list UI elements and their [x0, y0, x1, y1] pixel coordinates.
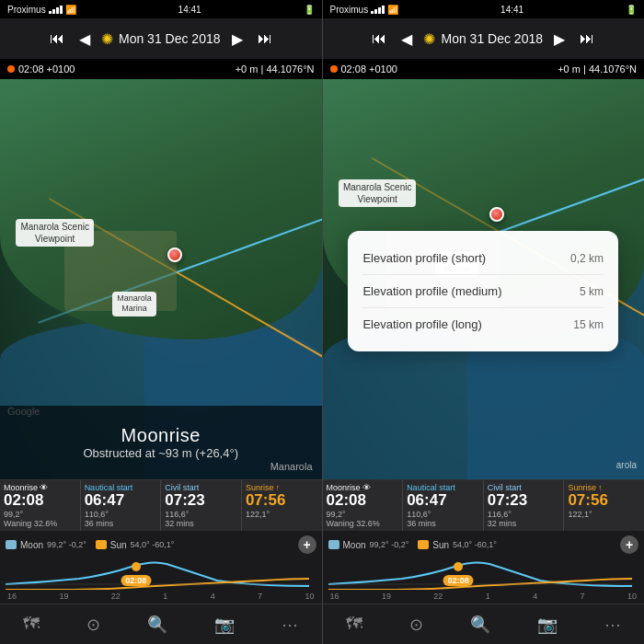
nav-search-icon-left: 🔍 [147, 615, 167, 635]
elev-row-2[interactable]: Elevation profile (medium) 5 km [362, 275, 604, 308]
sun-az-right: 54,0° [453, 540, 472, 549]
tl-7-left: 7 [258, 592, 262, 601]
nav-compass-left[interactable]: ⊙ [86, 615, 100, 635]
top-toolbar-right: ⏮ ◀ ✺ Mon 31 Dec 2018 ▶ ⏭ [323, 18, 645, 59]
carrier-left: Proximus [7, 5, 46, 15]
nav-search-left[interactable]: 🔍 [147, 615, 167, 635]
col3-sub2-right: 32 mins [488, 519, 560, 528]
col1-right: Moonrise 👁 02:08 99,2° Waning 32.6% [323, 480, 404, 531]
location-label-right: Manarola Scenic Viewpoint [339, 179, 416, 207]
location-pin-right [489, 207, 504, 222]
sun-el-left: -60,1° [152, 540, 174, 549]
time-offset-right: 02:08 +0100 [341, 63, 397, 75]
nav-search-right[interactable]: 🔍 [470, 615, 490, 635]
nav-compass-right[interactable]: ⊙ [409, 615, 423, 635]
moon-legend-right: Moon 99,2° -0,2° [328, 535, 409, 554]
location-label-left: Manarola Scenic Viewpoint [16, 219, 93, 247]
tl-7-right: 7 [581, 592, 585, 601]
moon-el-right: -0,2° [391, 540, 408, 549]
col2-time-left: 06:47 [85, 492, 157, 510]
info-dot-left [7, 65, 15, 73]
nav-more-right[interactable]: ⋯ [604, 615, 621, 635]
elev-val-left: +0 m [236, 63, 259, 75]
data-table-right: Moonrise 👁 02:08 99,2° Waning 32.6% Naut… [323, 479, 645, 531]
tl-16-left: 16 [7, 592, 17, 601]
plus-button-right[interactable]: + [620, 535, 638, 554]
wifi-icon-left: 📶 [65, 5, 76, 15]
table-header-right: Moonrise 👁 02:08 99,2° Waning 32.6% Naut… [323, 480, 645, 531]
col4-sub1-right: 122,1° [568, 510, 640, 519]
signal-bars [49, 6, 63, 14]
marina-label-left: Manarola Marina [112, 292, 156, 316]
elev-label-1: Elevation profile (short) [362, 251, 486, 265]
prev-button-left[interactable]: ◀ [75, 29, 94, 50]
col3-right: Civil start 07:23 116,6° 32 mins [484, 480, 565, 531]
next-button-left[interactable]: ▶ [228, 29, 247, 50]
elev-row-1[interactable]: Elevation profile (short) 0,2 km [362, 242, 604, 275]
col3-left: Civil start 07:23 116,6° 32 mins [161, 480, 242, 531]
time-offset-left: 02:08 +0100 [18, 63, 75, 75]
col4-time-right: 07:56 [568, 492, 640, 510]
skip-back-button-right[interactable]: ⏮ [368, 29, 390, 49]
tl-4-left: 4 [211, 592, 215, 601]
status-left: Proximus 📶 [7, 5, 76, 15]
coord-val-right: 44.1076°N [589, 63, 637, 75]
bar2 [52, 9, 55, 14]
elev-label-3: Elevation profile (long) [362, 317, 481, 331]
tl-16-right: 16 [330, 592, 339, 601]
elevation-popup[interactable]: Elevation profile (short) 0,2 km Elevati… [348, 231, 618, 351]
tl-19-right: 19 [382, 592, 391, 601]
sun-values-right: 54,0° -60,1° [453, 540, 497, 549]
nav-more-icon-left: ⋯ [282, 615, 298, 635]
nav-camera-left[interactable]: 📷 [214, 615, 235, 635]
nav-camera-right[interactable]: 📷 [537, 615, 558, 635]
nav-map-icon-left: 🗺 [23, 615, 40, 634]
elev-value-1: 0,2 km [570, 252, 604, 265]
prev-button-right[interactable]: ◀ [397, 29, 416, 50]
bar3r [378, 7, 381, 14]
chart-legend-left: Moon 99,2° -0,2° Sun 54,0° -60,1° + [6, 535, 316, 554]
skip-fwd-button-left[interactable]: ⏭ [254, 29, 276, 49]
col1-sub2-left: Waning 32.6% [4, 519, 76, 528]
col2-time-right: 06:47 [407, 492, 479, 510]
map-right[interactable]: Manarola Scenic Viewpoint Manarola Marin… [323, 79, 645, 479]
status-bar-right: Proximus 📶 14:41 🔋 [323, 0, 645, 18]
skip-back-button-left[interactable]: ⏮ [46, 29, 68, 49]
moonrise-label-right: arola [616, 460, 637, 470]
nav-map-left[interactable]: 🗺 [23, 615, 40, 634]
elev-row-3[interactable]: Elevation profile (long) 15 km [362, 308, 604, 340]
battery-icon-left: 🔋 [304, 5, 315, 15]
nav-more-left[interactable]: ⋯ [282, 615, 298, 635]
nav-map-right[interactable]: 🗺 [346, 615, 362, 634]
map-left[interactable]: Manarola Scenic Viewpoint Manarola Marin… [0, 79, 322, 479]
pin-dot-left [167, 247, 182, 262]
moon-label-left: Moon [20, 540, 43, 550]
chart-dot-left [132, 562, 141, 571]
skip-fwd-button-right[interactable]: ⏭ [576, 29, 598, 49]
moon-swatch-right [328, 540, 339, 549]
col1-time-right: 02:08 [327, 492, 399, 510]
sun-swatch-left [96, 540, 107, 549]
sun-swatch-right [418, 540, 429, 549]
sun-values-left: 54,0° -60,1° [131, 540, 175, 549]
plus-button-left[interactable]: + [298, 535, 316, 554]
toolbar-date-right: ✺ Mon 31 Dec 2018 [423, 30, 543, 48]
moon-path-left [6, 562, 309, 586]
time-right: 14:41 [500, 5, 523, 15]
col3-time-left: 07:23 [165, 492, 237, 510]
time-marker-right: 02:08 [443, 575, 474, 586]
col2-right: Nautical start 06:47 110,6° 36 mins [403, 480, 484, 531]
elev-label-2: Elevation profile (medium) [362, 284, 501, 298]
nav-map-icon-right: 🗺 [346, 615, 362, 634]
col4-left: Sunrise ↑ 07:56 122,1° [242, 480, 322, 531]
overlay-title-left: Moonrise [121, 425, 201, 446]
info-dot-right [330, 65, 338, 73]
next-button-right[interactable]: ▶ [550, 29, 569, 50]
moon-az-right: 99,2° [370, 540, 389, 549]
col1-sub2-right: Waning 32.6% [327, 519, 399, 528]
status-left-right: Proximus 📶 [330, 5, 399, 15]
tl-1-right: 1 [486, 592, 490, 601]
moon-values-left: 99,2° -0,2° [47, 540, 86, 549]
moon-values-right: 99,2° -0,2° [370, 540, 409, 549]
table-header-left: Moonrise 👁 02:08 99,2° Waning 32.6% Naut… [0, 480, 322, 531]
